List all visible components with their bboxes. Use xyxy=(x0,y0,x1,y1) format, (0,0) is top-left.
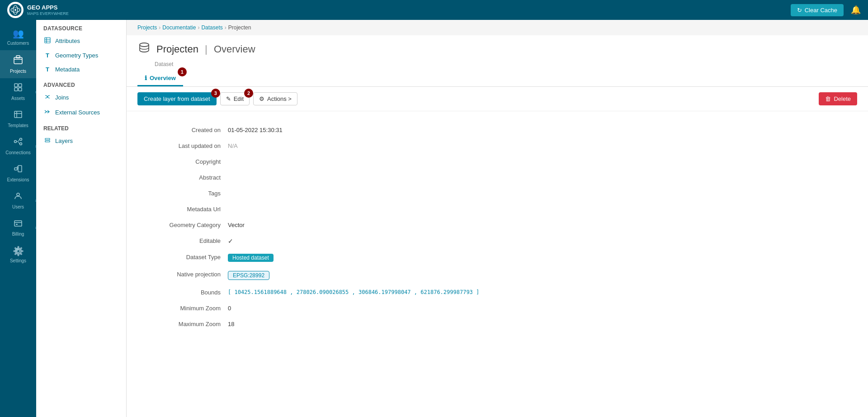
dataset-icon xyxy=(137,41,151,57)
main-sidebar: 👥 Customers Projects xyxy=(0,20,36,417)
clear-cache-button[interactable]: ↻ Clear Cache xyxy=(791,4,844,16)
svg-point-3 xyxy=(14,9,16,11)
joins-icon xyxy=(43,94,52,101)
bell-icon[interactable]: 🔔 xyxy=(851,5,861,15)
breadcrumb-datasets[interactable]: Datasets xyxy=(201,24,222,31)
sidebar-item-users[interactable]: Users › xyxy=(0,187,36,214)
metadata-icon: T xyxy=(43,66,52,73)
advanced-section-label: Advanced xyxy=(36,76,126,90)
page-header: Projecten | Overview Dataset ℹ Overview … xyxy=(127,35,868,87)
svg-rect-6 xyxy=(14,84,18,87)
abstract-value xyxy=(228,170,544,185)
sidebar-item-joins[interactable]: Joins xyxy=(36,90,126,105)
step-badge-2: 2 xyxy=(244,89,253,98)
datasource-section-label: Datasource xyxy=(36,20,126,33)
attributes-label: Attributes xyxy=(55,38,80,44)
geometry-category-value: Vector xyxy=(228,217,544,233)
sub-sidebar: Datasource Attributes T Geometry Types T… xyxy=(36,20,127,417)
main-content: Projects › Documentatie › Datasets › Pro… xyxy=(127,20,868,417)
svg-rect-5 xyxy=(16,56,20,58)
abstract-label: Abstract xyxy=(137,170,228,185)
sidebar-item-templates[interactable]: Templates xyxy=(0,105,36,133)
create-layer-button[interactable]: Create layer from dataset xyxy=(137,92,217,105)
external-sources-icon xyxy=(43,109,52,116)
customers-icon: 👥 xyxy=(13,28,24,39)
sidebar-item-extensions[interactable]: Extensions xyxy=(0,160,36,187)
content-area: Created on 01-05-2022 15:30:31 Last upda… xyxy=(127,111,868,417)
check-icon: ✓ xyxy=(228,237,233,245)
created-on-value: 01-05-2022 15:30:31 xyxy=(228,122,544,138)
layers-label: Layers xyxy=(55,137,73,144)
sidebar-item-geometry-types[interactable]: T Geometry Types xyxy=(36,48,126,62)
layout: 👥 Customers Projects xyxy=(0,20,868,417)
extensions-icon xyxy=(14,164,23,175)
max-zoom-label: Maximum Zoom xyxy=(137,316,228,332)
breadcrumb: Projects › Documentatie › Datasets › Pro… xyxy=(127,20,868,35)
sidebar-item-label: Connections xyxy=(5,150,31,155)
svg-point-13 xyxy=(20,143,22,145)
breadcrumb-projects[interactable]: Projects xyxy=(137,24,157,31)
sidebar-item-customers[interactable]: 👥 Customers xyxy=(0,24,36,50)
sidebar-item-projects[interactable]: Projects xyxy=(0,50,36,78)
projects-icon xyxy=(13,55,23,67)
connections-icon xyxy=(14,137,23,148)
actions-button[interactable]: ⚙ Actions > xyxy=(253,92,297,105)
edit-wrapper: ✎ Edit 2 xyxy=(220,92,250,105)
tab-overview-label: Overview xyxy=(150,75,176,81)
sidebar-item-attributes[interactable]: Attributes xyxy=(36,33,126,48)
dataset-type-label: Dataset Type xyxy=(137,249,228,266)
metadata-label: Metadata xyxy=(55,66,80,73)
toolbar: Create layer from dataset 3 ✎ Edit 2 ⚙ A… xyxy=(127,87,868,111)
sidebar-item-label: Settings xyxy=(10,258,26,263)
svg-point-22 xyxy=(140,43,149,47)
layers-icon xyxy=(43,137,52,145)
sidebar-item-layers[interactable]: Layers xyxy=(36,133,126,148)
geometry-types-icon: T xyxy=(43,52,52,59)
svg-rect-14 xyxy=(14,168,17,170)
max-zoom-value: 18 xyxy=(228,316,544,332)
sidebar-item-label: Projects xyxy=(10,69,26,74)
breadcrumb-documentatie[interactable]: Documentatie xyxy=(162,24,196,31)
page-subtitle: Dataset xyxy=(155,61,857,67)
sidebar-item-connections[interactable]: Connections › xyxy=(0,133,36,160)
min-zoom-value: 0 xyxy=(228,300,544,316)
min-zoom-label: Minimum Zoom xyxy=(137,300,228,316)
step-badge-1: 1 xyxy=(178,67,187,76)
dataset-type-value: Hosted dataset xyxy=(228,249,544,266)
tags-label: Tags xyxy=(137,185,228,201)
svg-rect-4 xyxy=(14,57,22,64)
sep3: › xyxy=(225,24,226,31)
expand-icon: › xyxy=(35,90,37,95)
sidebar-item-label: Assets xyxy=(11,96,25,101)
last-updated-label: Last updated on xyxy=(137,138,228,154)
sidebar-item-settings[interactable]: ⚙️ Settings xyxy=(0,241,36,268)
sidebar-item-external-sources[interactable]: External Sources xyxy=(36,105,126,120)
create-layer-wrapper: Create layer from dataset 3 xyxy=(137,92,217,105)
sep2: › xyxy=(198,24,199,31)
sidebar-item-label: Extensions xyxy=(7,177,29,182)
sidebar-item-billing[interactable]: Billing › xyxy=(0,214,36,241)
tab-overview[interactable]: ℹ Overview 1 xyxy=(137,71,183,86)
svg-rect-7 xyxy=(19,84,22,87)
native-projection-label: Native projection xyxy=(137,266,228,284)
created-on-label: Created on xyxy=(137,122,228,138)
copyright-label: Copyright xyxy=(137,154,228,170)
delete-button[interactable]: 🗑 Delete xyxy=(819,92,857,105)
settings-icon: ⚙️ xyxy=(13,246,24,256)
geometry-category-label: Geometry Category xyxy=(137,217,228,233)
detail-grid: Created on 01-05-2022 15:30:31 Last upda… xyxy=(137,122,544,332)
sidebar-item-label: Users xyxy=(12,204,24,209)
tags-value xyxy=(228,185,544,201)
svg-rect-21 xyxy=(45,141,50,142)
page-title: Projecten | Overview xyxy=(156,43,255,55)
logo-text: GEO APPS xyxy=(27,4,69,11)
native-projection-value: EPSG:28992 xyxy=(228,266,544,284)
expand-icon: › xyxy=(35,225,37,230)
logo-sub: MAPS EVERYWHERE xyxy=(27,11,69,16)
sidebar-item-metadata[interactable]: T Metadata xyxy=(36,62,126,76)
sidebar-item-label: Templates xyxy=(8,123,28,128)
logo-icon xyxy=(7,2,24,18)
refresh-icon: ↻ xyxy=(797,7,802,14)
sidebar-item-assets[interactable]: Assets › xyxy=(0,78,36,105)
svg-rect-15 xyxy=(18,166,22,172)
